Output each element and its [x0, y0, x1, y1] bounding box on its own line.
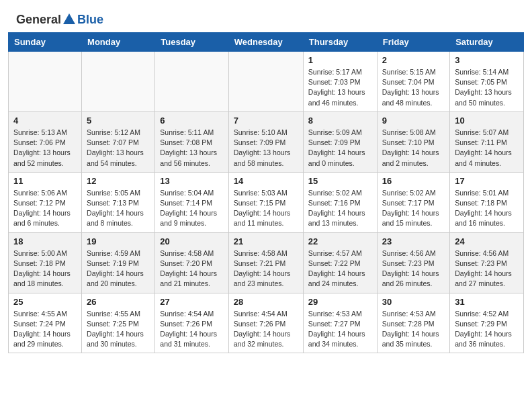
calendar-cell: 10Sunrise: 5:07 AM Sunset: 7:11 PM Dayli…	[450, 111, 524, 172]
calendar-cell: 27Sunrise: 4:54 AM Sunset: 7:26 PM Dayli…	[155, 293, 228, 353]
day-number: 10	[455, 116, 519, 126]
day-info: Sunrise: 5:01 AM Sunset: 7:18 PM Dayligh…	[455, 188, 519, 229]
logo: General Blue	[16, 12, 103, 27]
day-info: Sunrise: 5:13 AM Sunset: 7:06 PM Dayligh…	[13, 128, 77, 169]
day-number: 9	[382, 116, 445, 126]
weekday-header-saturday: Saturday	[450, 33, 524, 52]
day-number: 15	[308, 176, 372, 186]
calendar-cell: 7Sunrise: 5:10 AM Sunset: 7:09 PM Daylig…	[228, 111, 303, 172]
day-number: 28	[234, 297, 298, 307]
calendar-cell: 9Sunrise: 5:08 AM Sunset: 7:10 PM Daylig…	[377, 111, 449, 172]
page-header: General Blue	[0, 0, 532, 32]
calendar-cell: 25Sunrise: 4:55 AM Sunset: 7:24 PM Dayli…	[9, 293, 82, 353]
day-info: Sunrise: 5:05 AM Sunset: 7:13 PM Dayligh…	[87, 188, 150, 229]
day-info: Sunrise: 4:54 AM Sunset: 7:26 PM Dayligh…	[160, 309, 223, 350]
logo-general-text: General	[16, 13, 61, 27]
day-info: Sunrise: 5:02 AM Sunset: 7:17 PM Dayligh…	[382, 188, 445, 229]
calendar-cell: 5Sunrise: 5:12 AM Sunset: 7:07 PM Daylig…	[82, 111, 155, 172]
calendar-cell: 6Sunrise: 5:11 AM Sunset: 7:08 PM Daylig…	[155, 111, 228, 172]
calendar-wrapper: SundayMondayTuesdayWednesdayThursdayFrid…	[0, 32, 532, 361]
day-info: Sunrise: 4:59 AM Sunset: 7:19 PM Dayligh…	[87, 248, 150, 289]
day-number: 25	[13, 297, 77, 307]
calendar-cell: 19Sunrise: 4:59 AM Sunset: 7:19 PM Dayli…	[82, 232, 155, 293]
day-number: 8	[308, 116, 372, 126]
day-number: 24	[455, 236, 519, 246]
calendar-cell: 15Sunrise: 5:02 AM Sunset: 7:16 PM Dayli…	[303, 172, 377, 232]
day-info: Sunrise: 4:56 AM Sunset: 7:23 PM Dayligh…	[455, 248, 519, 289]
day-info: Sunrise: 5:14 AM Sunset: 7:05 PM Dayligh…	[455, 67, 519, 108]
calendar-cell: 29Sunrise: 4:53 AM Sunset: 7:27 PM Dayli…	[303, 293, 377, 353]
calendar-cell: 21Sunrise: 4:58 AM Sunset: 7:21 PM Dayli…	[228, 232, 303, 293]
calendar-cell: 8Sunrise: 5:09 AM Sunset: 7:09 PM Daylig…	[303, 111, 377, 172]
calendar-cell	[82, 52, 155, 112]
logo-icon	[62, 12, 77, 27]
day-number: 17	[455, 176, 519, 186]
calendar-cell: 13Sunrise: 5:04 AM Sunset: 7:14 PM Dayli…	[155, 172, 228, 232]
calendar-cell: 26Sunrise: 4:55 AM Sunset: 7:25 PM Dayli…	[82, 293, 155, 353]
day-number: 7	[234, 116, 298, 126]
day-info: Sunrise: 5:12 AM Sunset: 7:07 PM Dayligh…	[87, 128, 150, 169]
day-info: Sunrise: 4:53 AM Sunset: 7:28 PM Dayligh…	[382, 309, 445, 350]
day-info: Sunrise: 5:17 AM Sunset: 7:03 PM Dayligh…	[308, 67, 372, 108]
day-number: 19	[87, 236, 150, 246]
calendar-cell: 23Sunrise: 4:56 AM Sunset: 7:23 PM Dayli…	[377, 232, 449, 293]
logo-blue-text: Blue	[77, 13, 103, 27]
day-number: 21	[234, 236, 298, 246]
calendar-week-row: 11Sunrise: 5:06 AM Sunset: 7:12 PM Dayli…	[9, 172, 524, 232]
day-info: Sunrise: 4:57 AM Sunset: 7:22 PM Dayligh…	[308, 248, 372, 289]
day-info: Sunrise: 4:55 AM Sunset: 7:24 PM Dayligh…	[13, 309, 77, 350]
weekday-header-sunday: Sunday	[9, 33, 82, 52]
day-number: 13	[160, 176, 223, 186]
weekday-header-row: SundayMondayTuesdayWednesdayThursdayFrid…	[9, 33, 524, 52]
calendar-cell: 22Sunrise: 4:57 AM Sunset: 7:22 PM Dayli…	[303, 232, 377, 293]
day-number: 6	[160, 116, 223, 126]
calendar-cell: 20Sunrise: 4:58 AM Sunset: 7:20 PM Dayli…	[155, 232, 228, 293]
day-info: Sunrise: 4:55 AM Sunset: 7:25 PM Dayligh…	[87, 309, 150, 350]
day-number: 3	[455, 55, 519, 65]
calendar-cell: 18Sunrise: 5:00 AM Sunset: 7:18 PM Dayli…	[9, 232, 82, 293]
day-info: Sunrise: 4:58 AM Sunset: 7:20 PM Dayligh…	[160, 248, 223, 289]
weekday-header-thursday: Thursday	[303, 33, 377, 52]
day-number: 23	[382, 236, 445, 246]
day-number: 4	[13, 116, 77, 126]
day-info: Sunrise: 4:54 AM Sunset: 7:26 PM Dayligh…	[234, 309, 298, 350]
day-number: 12	[87, 176, 150, 186]
day-number: 1	[308, 55, 372, 65]
calendar-cell: 17Sunrise: 5:01 AM Sunset: 7:18 PM Dayli…	[450, 172, 524, 232]
day-number: 20	[160, 236, 223, 246]
calendar-cell: 11Sunrise: 5:06 AM Sunset: 7:12 PM Dayli…	[9, 172, 82, 232]
calendar-week-row: 25Sunrise: 4:55 AM Sunset: 7:24 PM Dayli…	[9, 293, 524, 353]
day-info: Sunrise: 4:56 AM Sunset: 7:23 PM Dayligh…	[382, 248, 445, 289]
day-info: Sunrise: 5:00 AM Sunset: 7:18 PM Dayligh…	[13, 248, 77, 289]
calendar-cell: 12Sunrise: 5:05 AM Sunset: 7:13 PM Dayli…	[82, 172, 155, 232]
day-info: Sunrise: 5:08 AM Sunset: 7:10 PM Dayligh…	[382, 128, 445, 169]
day-info: Sunrise: 5:03 AM Sunset: 7:15 PM Dayligh…	[234, 188, 298, 229]
calendar-table: SundayMondayTuesdayWednesdayThursdayFrid…	[8, 32, 524, 353]
day-number: 18	[13, 236, 77, 246]
day-number: 11	[13, 176, 77, 186]
weekday-header-monday: Monday	[82, 33, 155, 52]
calendar-cell: 14Sunrise: 5:03 AM Sunset: 7:15 PM Dayli…	[228, 172, 303, 232]
day-number: 30	[382, 297, 445, 307]
calendar-body: 1Sunrise: 5:17 AM Sunset: 7:03 PM Daylig…	[9, 52, 524, 353]
calendar-cell: 3Sunrise: 5:14 AM Sunset: 7:05 PM Daylig…	[450, 52, 524, 112]
calendar-cell	[155, 52, 228, 112]
calendar-cell: 31Sunrise: 4:52 AM Sunset: 7:29 PM Dayli…	[450, 293, 524, 353]
calendar-header: SundayMondayTuesdayWednesdayThursdayFrid…	[9, 33, 524, 52]
day-info: Sunrise: 4:52 AM Sunset: 7:29 PM Dayligh…	[455, 309, 519, 350]
day-number: 31	[455, 297, 519, 307]
day-info: Sunrise: 5:11 AM Sunset: 7:08 PM Dayligh…	[160, 128, 223, 169]
weekday-header-friday: Friday	[377, 33, 449, 52]
day-info: Sunrise: 5:15 AM Sunset: 7:04 PM Dayligh…	[382, 67, 445, 108]
day-number: 16	[382, 176, 445, 186]
calendar-cell: 4Sunrise: 5:13 AM Sunset: 7:06 PM Daylig…	[9, 111, 82, 172]
day-number: 5	[87, 116, 150, 126]
calendar-week-row: 18Sunrise: 5:00 AM Sunset: 7:18 PM Dayli…	[9, 232, 524, 293]
day-info: Sunrise: 5:02 AM Sunset: 7:16 PM Dayligh…	[308, 188, 372, 229]
day-info: Sunrise: 5:04 AM Sunset: 7:14 PM Dayligh…	[160, 188, 223, 229]
day-number: 26	[87, 297, 150, 307]
calendar-cell: 24Sunrise: 4:56 AM Sunset: 7:23 PM Dayli…	[450, 232, 524, 293]
calendar-cell	[228, 52, 303, 112]
svg-marker-0	[63, 13, 75, 24]
calendar-cell: 30Sunrise: 4:53 AM Sunset: 7:28 PM Dayli…	[377, 293, 449, 353]
